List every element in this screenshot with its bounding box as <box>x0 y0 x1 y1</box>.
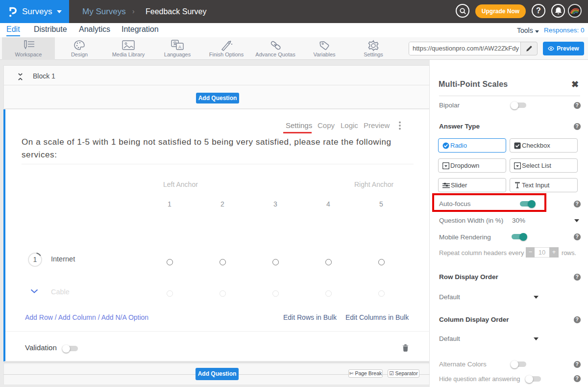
svg-text:A: A <box>178 45 181 50</box>
